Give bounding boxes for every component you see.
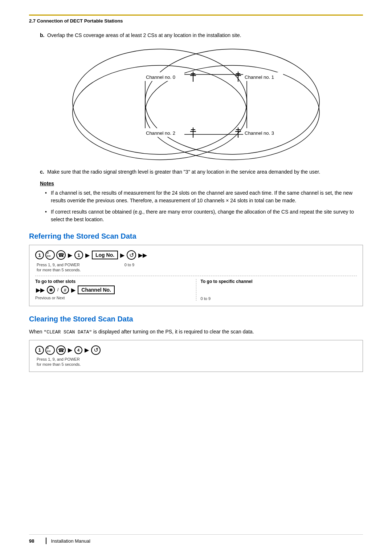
press-sublabel-1: for more than 5 seconds. [37, 268, 81, 272]
svg-text:Channel no. 3: Channel no. 3 [245, 130, 274, 136]
item-c-label: c. [40, 169, 44, 175]
section-referring: Referring the Stored Scan Data 1 9≡≡ ☎ ▶… [29, 232, 363, 306]
instruction-box-referring: 1 9≡≡ ☎ ▶ 1 ▶ Log No. ▶ ↺ ▶▶ [29, 245, 363, 306]
col1-title: To go to other slots [35, 279, 192, 284]
arrow-2: ▶ [85, 252, 90, 259]
header-section: 2.7 Connection of DECT Portable Stations [29, 15, 363, 24]
circle-1: 1 [35, 251, 44, 259]
footer-title: Installation Manual [51, 538, 90, 544]
clearing-press-label: Press 1, 9, and POWER [37, 357, 357, 361]
section-referring-title: Referring the Stored Scan Data [29, 232, 363, 240]
circle-1b: 1 [74, 251, 83, 259]
circle-star: ✱ [47, 286, 55, 294]
clearing-press-sublabel: for more than 5 seconds. [37, 362, 357, 366]
section-clearing: Clearing the Stored Scan Data When "CLEA… [29, 315, 363, 372]
double-arrow-1: ▶▶ [138, 252, 147, 259]
clearing-circle-9-menu: 9≡≡ [45, 345, 55, 355]
press-label-1: Press 1, 9, and POWER [37, 263, 81, 267]
circle-9-menu: 9≡≡ [45, 250, 55, 260]
prev-next-label: Previous or Next [35, 296, 192, 300]
clearing-circle-handset: ☎ [56, 345, 66, 355]
range-label-1: 0 to 9 [124, 263, 154, 267]
instruction-sub-section: To go to other slots ▶▶ ✱ / # ▶ Channel … [35, 276, 357, 301]
sub-col-other-slots: To go to other slots ▶▶ ✱ / # ▶ Channel … [35, 279, 196, 301]
sub-col-specific-channel: To go to specific channel 0 to 9 [201, 279, 357, 301]
notes-section: Notes If a channel is set, the results o… [40, 181, 363, 223]
diagram-container: Channel no. 0 Channel no. 1 Channel no. … [29, 45, 363, 162]
clearing-circle-1: 1 [35, 346, 44, 355]
col2-title: To go to specific channel [201, 279, 357, 284]
note-item-1: If a channel is set, the results of meas… [44, 189, 363, 204]
arrow-1: ▶ [68, 252, 72, 259]
arrow-sub: ▶ [71, 287, 75, 293]
circle-hash: # [61, 286, 69, 294]
svg-text:Channel no. 0: Channel no. 0 [146, 74, 175, 80]
slash-sep: / [57, 287, 58, 292]
clearing-body-text: When "CLEAR SCAN DATA" is displayed afte… [29, 328, 363, 336]
clear-scan-code: "CLEAR SCAN DATA" [44, 329, 92, 335]
footer-page: 98 [29, 538, 34, 544]
coverage-diagram: Channel no. 0 Channel no. 1 Channel no. … [65, 45, 327, 162]
clearing-body-rest: is displayed after turning on the PS, it… [93, 329, 254, 335]
svg-text:Channel no. 1: Channel no. 1 [245, 74, 274, 80]
notes-title: Notes [40, 181, 363, 186]
footer-separator [46, 538, 46, 544]
clearing-circle-4: 4 [74, 346, 82, 354]
intro-item-b: b. Overlap the CS coverage areas of at l… [40, 32, 363, 38]
channel-no-box: Channel No. [78, 285, 115, 294]
circle-handset: ☎ [56, 250, 66, 260]
notes-list: If a channel is set, the results of meas… [40, 189, 363, 223]
item-b-label: b. [40, 32, 44, 38]
svg-rect-4 [145, 74, 247, 134]
arrow-3: ▶ [120, 252, 124, 259]
instruction-main-row: 1 9≡≡ ☎ ▶ 1 ▶ Log No. ▶ ↺ ▶▶ [35, 250, 357, 260]
clearing-main-row: 1 9≡≡ ☎ ▶ 4 ▶ ↺ [35, 345, 357, 355]
note-item-2: If correct results cannot be obtained (e… [44, 208, 363, 223]
svg-text:Channel no. 2: Channel no. 2 [146, 130, 175, 136]
header-title: 2.7 Connection of DECT Portable Stations [29, 18, 123, 24]
channel-range-label: 0 to 9 [201, 296, 357, 301]
intro-item-c: c. Make sure that the radio signal stren… [40, 169, 363, 175]
log-no-box: Log No. [92, 251, 118, 259]
clearing-arrow-1: ▶ [68, 347, 72, 353]
page: 2.7 Connection of DECT Portable Stations… [0, 0, 392, 555]
item-b-text: Overlap the CS coverage areas of at leas… [47, 32, 241, 38]
section-clearing-title: Clearing the Stored Scan Data [29, 315, 363, 323]
footer: 98 Installation Manual [29, 534, 363, 544]
double-arrow-sub: ▶▶ [36, 287, 45, 293]
clearing-arrow-2: ▶ [85, 347, 89, 353]
instruction-box-clearing: 1 9≡≡ ☎ ▶ 4 ▶ ↺ Press 1, 9, and POWER fo… [29, 340, 363, 372]
item-c-text: Make sure that the radio signal strength… [47, 169, 320, 175]
circle-rotate: ↺ [127, 250, 136, 260]
clearing-circle-rotate: ↺ [91, 345, 101, 355]
